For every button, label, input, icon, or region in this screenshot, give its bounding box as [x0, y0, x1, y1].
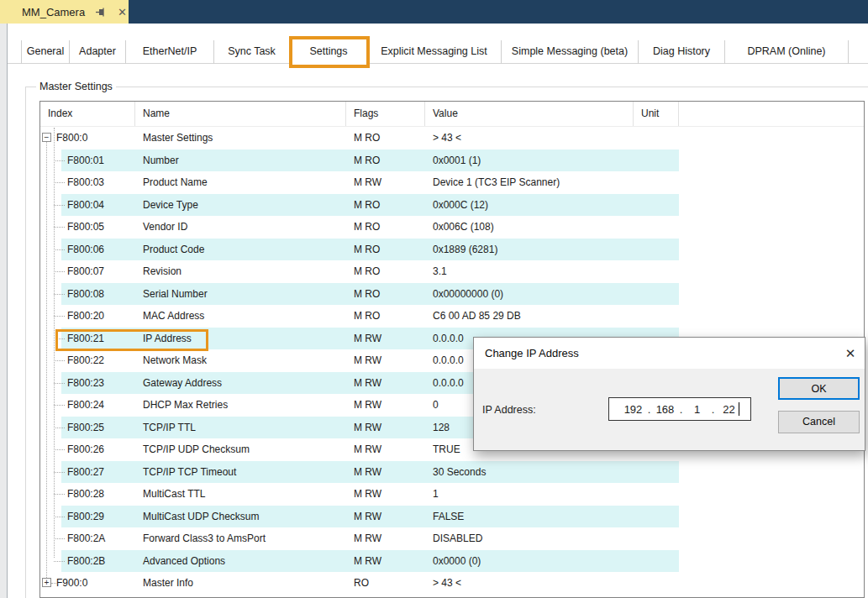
cell-flags: M RW	[346, 461, 425, 484]
tab-general[interactable]: General	[21, 40, 70, 64]
ok-button[interactable]: OK	[778, 377, 860, 400]
tree-line	[54, 449, 65, 450]
close-icon[interactable]: ✕	[116, 6, 129, 18]
ip-segment-3: 1	[685, 403, 710, 416]
document-tab-mm-camera[interactable]: MM_Camera ✕	[0, 0, 129, 24]
cell-blank	[679, 194, 864, 217]
cell-name: Product Code	[135, 239, 346, 261]
index-text: F800:04	[67, 194, 104, 217]
cell-value: DISABLED	[425, 527, 634, 550]
tab-simple-messaging-beta[interactable]: Simple Messaging (beta)	[502, 40, 639, 64]
cell-flags: M RO	[346, 283, 425, 306]
table-row-f900-0[interactable]: +F900:0Master InfoRO> 43 <	[40, 572, 864, 595]
index-text: F800:20	[67, 305, 104, 328]
window-title-bar	[0, 0, 868, 24]
index-text: F800:27	[67, 461, 104, 484]
tree-line	[54, 205, 65, 206]
groupbox-title: Master Settings	[36, 81, 116, 92]
tab-sync-task[interactable]: Sync Task	[214, 40, 290, 64]
table-row-f800-04[interactable]: F800:04Device TypeM RO0x000C (12)	[40, 194, 864, 217]
tab-ethernet-ip[interactable]: EtherNet/IP	[126, 40, 214, 64]
tree-line	[51, 583, 56, 584]
cell-value: FALSE	[425, 506, 634, 528]
left-gutter	[0, 24, 8, 598]
tab-explicit-messaging-list[interactable]: Explicit Messaging List	[367, 40, 502, 64]
cell-name: Network Mask	[135, 349, 346, 372]
cell-name: Master Settings	[135, 127, 346, 150]
cancel-button[interactable]: Cancel	[778, 411, 860, 433]
column-header-name[interactable]: Name	[135, 102, 346, 126]
cell-flags: M RO	[346, 305, 425, 328]
table-row-f800-08[interactable]: F800:08Serial NumberM RO0x00000000 (0)	[40, 283, 864, 306]
index-text: F800:29	[67, 506, 104, 528]
cell-name: TCP/IP TTL	[135, 417, 346, 439]
cell-value: 0x1889 (6281)	[425, 239, 634, 261]
index-text: F800:03	[67, 171, 104, 194]
cell-value: > 43 <	[425, 127, 634, 150]
collapse-icon[interactable]: −	[42, 133, 51, 142]
cell-name: MAC Address	[135, 305, 346, 328]
table-row-f800-20[interactable]: F800:20MAC AddressM ROC6 00 AD 85 29 DB	[40, 305, 864, 328]
cell-unit	[634, 305, 679, 328]
tree-line	[54, 472, 65, 473]
tree-line	[54, 271, 65, 272]
column-header-index[interactable]: Index	[40, 102, 135, 126]
index-text: F800:25	[67, 417, 104, 439]
cell-blank	[679, 260, 864, 283]
tree-line	[54, 160, 65, 161]
dialog-close-icon[interactable]: ✕	[836, 338, 865, 369]
cell-blank	[679, 239, 864, 261]
table-row-f800-07[interactable]: F800:07RevisionM RO3.1	[40, 260, 864, 283]
cell-flags: M RW	[346, 438, 425, 461]
cell-unit	[634, 572, 679, 595]
cell-flags: M RW	[346, 171, 425, 194]
cell-name: Master Info	[135, 572, 346, 595]
cell-unit	[634, 461, 679, 484]
index-text: F800:08	[67, 283, 104, 306]
cell-flags: M RW	[346, 550, 425, 573]
tree-line	[54, 227, 65, 228]
index-text: F800:2B	[67, 550, 105, 573]
table-row-f800-05[interactable]: F800:05Vendor IDM RO0x006C (108)	[40, 216, 864, 239]
cell-flags: M RO	[346, 260, 425, 283]
cell-flags: M RW	[346, 328, 425, 350]
cell-unit	[634, 527, 679, 550]
cell-flags: M RW	[346, 506, 425, 528]
table-row-f800-29[interactable]: F800:29MultiCast UDP ChecksumM RWFALSE	[40, 506, 864, 528]
cell-unit	[634, 506, 679, 528]
cell-name: Revision	[135, 260, 346, 283]
dialog-title-bar[interactable]: Change IP Address ✕	[474, 338, 865, 369]
cell-index: +F900:0	[40, 572, 135, 595]
tree-line	[46, 138, 47, 578]
cell-blank	[679, 283, 864, 306]
tab-diag-history[interactable]: Diag History	[639, 40, 725, 64]
cell-name: MultiCast UDP Checksum	[135, 506, 346, 528]
cell-blank	[679, 550, 864, 573]
ip-address-label: IP Address:	[482, 398, 536, 422]
table-row-f800-0[interactable]: −F800:0Master SettingsM RO> 43 <	[40, 127, 864, 150]
cell-flags: M RW	[346, 417, 425, 439]
expand-icon[interactable]: +	[42, 578, 51, 587]
table-row-f800-01[interactable]: F800:01NumberM RO0x0001 (1)	[40, 150, 864, 172]
ip-address-input[interactable]: 192.168.1.22	[608, 397, 751, 421]
column-header-flags[interactable]: Flags	[346, 102, 425, 126]
cell-unit	[634, 239, 679, 261]
tab-dpram-online[interactable]: DPRAM (Online)	[725, 40, 849, 64]
table-row-f800-06[interactable]: F800:06Product CodeM RO0x1889 (6281)	[40, 239, 864, 261]
table-row-f800-2a[interactable]: F800:2AForward Class3 to AmsPortM RWDISA…	[40, 527, 864, 550]
index-text: F800:06	[67, 239, 104, 261]
table-row-f800-27[interactable]: F800:27TCP/IP TCP TimeoutM RW30 Seconds	[40, 461, 864, 484]
table-row-f800-03[interactable]: F800:03Product NameM RWDevice 1 (TC3 EIP…	[40, 171, 864, 194]
tab-adapter[interactable]: Adapter	[70, 40, 126, 64]
cell-name: Device Type	[135, 194, 346, 217]
table-row-f800-2b[interactable]: F800:2BAdvanced OptionsM RW0x0000 (0)	[40, 550, 864, 573]
pin-icon[interactable]	[94, 6, 107, 18]
column-header-blank[interactable]	[679, 102, 864, 126]
cell-blank	[679, 527, 864, 550]
ip-segment-1: 192	[621, 403, 646, 416]
ip-segment-2: 168	[653, 403, 678, 416]
cell-blank	[679, 461, 864, 484]
table-row-f800-28[interactable]: F800:28MultiCast TTLM RW1	[40, 483, 864, 506]
column-header-unit[interactable]: Unit	[634, 102, 679, 126]
column-header-value[interactable]: Value	[425, 102, 634, 126]
